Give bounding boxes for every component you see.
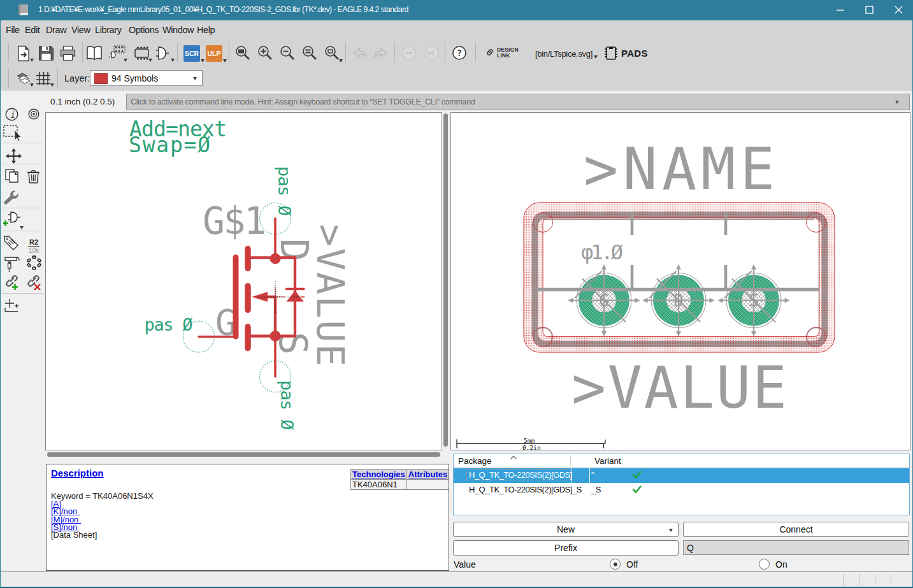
name-placeholder-text[interactable]: >NAME — [584, 136, 775, 203]
device-button[interactable] — [108, 45, 126, 64]
scr-button[interactable]: SCR — [183, 45, 200, 62]
dropdown-caret-icon — [223, 59, 227, 62]
prefix-button[interactable]: Prefix — [453, 540, 679, 556]
variant-cell: _S — [591, 485, 601, 494]
value-tool[interactable]: R2 10k — [25, 236, 42, 254]
command-history-arrow[interactable] — [895, 101, 899, 104]
technology-value[interactable]: TK40A06N1 — [351, 480, 407, 490]
library-button[interactable] — [86, 45, 103, 64]
value-tool-val: 10k — [25, 247, 42, 254]
save-button[interactable] — [38, 45, 54, 64]
grid-button[interactable] — [36, 71, 51, 89]
ulp-button[interactable]: ULP — [206, 45, 222, 62]
menu-view[interactable]: View — [71, 25, 90, 35]
command-line-input[interactable]: Click to activate command line mode. Hin… — [126, 94, 910, 110]
delete-tool[interactable] — [27, 169, 40, 186]
menu-window[interactable]: Window — [162, 25, 194, 35]
attributes-header[interactable]: Attributes — [406, 470, 449, 480]
description-link[interactable]: Description — [51, 468, 104, 478]
layer-combo-arrow — [193, 77, 197, 80]
command-row: 0.1 inch (0.2 0.5) Click to activate com… — [1, 90, 912, 112]
group-select-tool[interactable] — [3, 125, 22, 145]
help-button[interactable]: ? — [452, 45, 467, 63]
zoom-fit-button[interactable] — [234, 45, 251, 64]
minimize-button[interactable] — [831, 0, 850, 20]
redo-button[interactable] — [373, 47, 389, 63]
symbol-canvas[interactable]: Add=next Swap=Ø G$1 >VALUE D G S pas Ø p… — [45, 112, 442, 450]
symbol-button[interactable] — [155, 45, 172, 64]
horizontal-scrollbar-thumb[interactable] — [47, 452, 440, 457]
menu-help[interactable]: Help — [197, 25, 215, 35]
toolbar-handle[interactable] — [6, 43, 7, 62]
link-remove-tool[interactable] — [25, 274, 42, 293]
toolbar-separator — [57, 68, 58, 87]
show-tool[interactable] — [27, 108, 41, 123]
vertical-scrollbar[interactable] — [443, 113, 449, 448]
go-button[interactable]: GO — [424, 45, 440, 63]
origin-mark-tool[interactable] — [4, 298, 19, 315]
change-tool[interactable] — [3, 188, 20, 208]
dropdown-caret-icon — [124, 59, 127, 62]
gate-name-text[interactable]: G$1 — [203, 199, 266, 243]
menu-library[interactable]: Library — [95, 25, 122, 35]
vertical-scrollbar-thumb[interactable] — [443, 113, 448, 447]
menu-draw[interactable]: Draw — [46, 25, 66, 35]
menu-file[interactable]: File — [6, 25, 20, 35]
pads-button[interactable]: PADS — [621, 48, 648, 59]
prefix-input[interactable]: Q — [683, 540, 909, 555]
drill-label[interactable]: φ1.Ø — [581, 240, 623, 264]
datasheet-text: [Data Sheet] — [51, 531, 97, 539]
layer-toolbar: Layer: 94 Symbols — [1, 66, 912, 90]
design-link-button[interactable] — [485, 47, 495, 60]
table-row-selected[interactable]: H_Q_TK_TO-220SIS(2)[GDS] " — [454, 468, 909, 483]
svg-text:D: D — [673, 291, 684, 310]
table-row[interactable]: H_Q_TK_TO-220SIS(2)[GDS]_S _S — [454, 483, 909, 498]
info-tool[interactable]: i — [5, 108, 18, 124]
toolbar-separator — [445, 42, 445, 62]
zoom-out-button[interactable] — [279, 45, 296, 64]
package-column-header[interactable]: Package — [458, 456, 492, 466]
palette-separator — [2, 164, 43, 164]
new-button[interactable]: New — [453, 522, 679, 537]
stop-button[interactable] — [401, 45, 417, 63]
zoom-redraw-button[interactable] — [324, 45, 340, 64]
package-button[interactable] — [134, 46, 150, 64]
design-link-label2[interactable]: LINK — [497, 53, 519, 59]
value-off-radio[interactable] — [610, 559, 621, 570]
canvas-swap-text[interactable]: Swap=Ø — [129, 133, 210, 157]
paint-tool[interactable] — [4, 255, 21, 275]
palette-separator — [2, 208, 43, 208]
menu-edit[interactable]: Edit — [25, 25, 40, 35]
layer-settings-button[interactable] — [16, 71, 31, 89]
value-placeholder-text-pkg[interactable]: >VALUE — [572, 354, 787, 421]
maximize-button[interactable] — [859, 0, 879, 20]
print-button[interactable] — [60, 45, 76, 64]
palette-separator — [2, 231, 43, 231]
toolbar2-handle[interactable] — [6, 69, 7, 89]
close-button[interactable] — [889, 0, 908, 20]
copy-tool[interactable] — [4, 168, 20, 186]
menu-options[interactable]: Options — [129, 25, 159, 35]
variant-column-header[interactable]: Variant — [594, 456, 621, 466]
pinswap-tool[interactable] — [26, 255, 42, 273]
technologies-header[interactable]: Technologies — [351, 470, 407, 480]
value-off-label: Off — [626, 559, 638, 570]
sort-indicator — [510, 455, 517, 459]
value-label: Value — [454, 559, 476, 570]
add-gate-tool[interactable] — [3, 211, 22, 230]
value-on-radio[interactable] — [759, 559, 770, 570]
layer-label: Layer: — [64, 73, 90, 83]
zoom-select-button[interactable] — [301, 45, 318, 64]
open-export-button[interactable] — [16, 45, 32, 64]
connect-button[interactable]: Connect — [683, 522, 909, 537]
undo-button[interactable] — [352, 47, 368, 63]
zoom-in-button[interactable] — [257, 45, 273, 64]
name-tool[interactable] — [3, 235, 19, 254]
layer-combobox[interactable]: 94 Symbols — [90, 70, 203, 86]
link-add-tool[interactable] — [4, 274, 20, 293]
package-variant-table: Package Variant H_Q_TK_TO-220SIS(2)[GDS]… — [453, 454, 910, 515]
ltspice-button[interactable]: [bin/LTspice.svg] — [535, 49, 593, 59]
package-canvas[interactable]: >NAME >VALUE — [450, 112, 910, 450]
horizontal-scrollbar[interactable] — [46, 452, 442, 457]
dropdown-caret-icon — [20, 226, 24, 229]
